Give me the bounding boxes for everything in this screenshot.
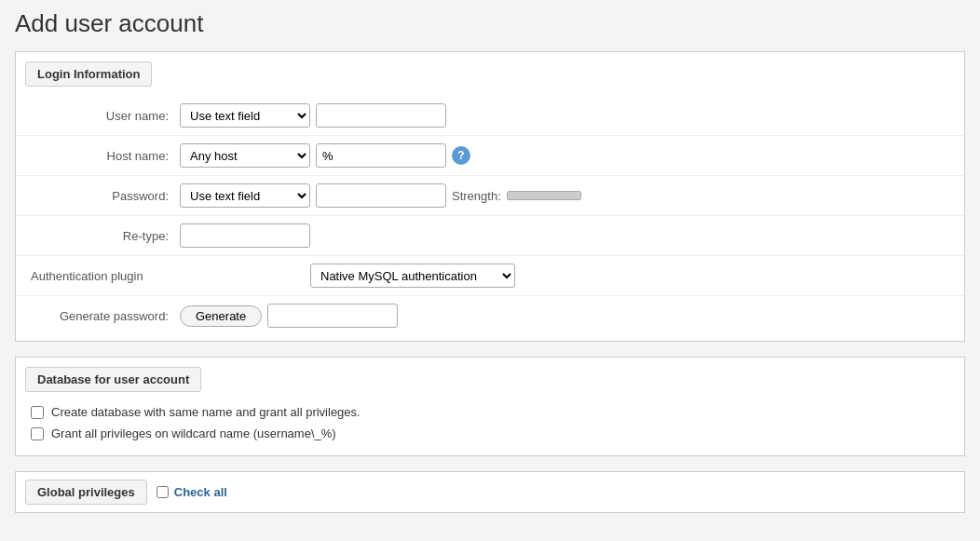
auth-plugin-label: Authentication plugin — [31, 269, 310, 283]
username-input[interactable] — [316, 103, 446, 128]
wildcard-grant-checkbox[interactable] — [31, 427, 44, 440]
login-information-section: Login Information User name: Use text fi… — [15, 51, 965, 342]
hostname-type-select[interactable]: Any host Local Use host table Use text f… — [180, 143, 310, 168]
username-label: User name: — [31, 109, 180, 123]
create-database-checkbox[interactable] — [31, 406, 44, 419]
password-type-select[interactable]: Use text field No password — [180, 183, 310, 208]
database-section-header[interactable]: Database for user account — [25, 367, 201, 392]
generate-password-row: Generate password: Generate — [16, 296, 964, 335]
generated-password-input[interactable] — [267, 304, 398, 328]
username-type-select[interactable]: Use text field Use host table Any user — [180, 103, 310, 128]
create-database-row: Create database with same name and grant… — [31, 401, 949, 423]
login-section-content: User name: Use text field Use host table… — [16, 87, 964, 341]
retype-row: Re-type: — [16, 216, 964, 256]
check-all-checkbox[interactable] — [157, 486, 169, 498]
retype-controls — [180, 223, 310, 248]
wildcard-grant-label: Grant all privileges on wildcard name (u… — [51, 426, 336, 440]
strength-bar — [507, 191, 581, 200]
generate-password-label: Generate password: — [31, 309, 180, 323]
username-row: User name: Use text field Use host table… — [16, 96, 964, 136]
hostname-row: Host name: Any host Local Use host table… — [16, 136, 964, 176]
hostname-controls: Any host Local Use host table Use text f… — [180, 143, 470, 168]
page-title: Add user account — [15, 9, 965, 38]
check-all-link[interactable]: Check all — [174, 485, 227, 499]
auth-plugin-row: Authentication plugin Native MySQL authe… — [16, 256, 964, 296]
wildcard-grant-row: Grant all privileges on wildcard name (u… — [31, 423, 949, 444]
database-section: Database for user account Create databas… — [15, 357, 965, 456]
hostname-info-icon[interactable]: ? — [452, 146, 470, 165]
generate-button[interactable]: Generate — [180, 305, 262, 327]
strength-label: Strength: — [452, 189, 501, 203]
retype-input[interactable] — [180, 223, 310, 248]
hostname-input[interactable] — [316, 143, 446, 168]
auth-plugin-select[interactable]: Native MySQL authentication SHA256 passw… — [310, 264, 515, 288]
check-all-area: Check all — [157, 485, 227, 499]
username-controls: Use text field Use host table Any user — [180, 103, 446, 128]
create-database-label: Create database with same name and grant… — [51, 405, 361, 419]
global-privileges-section: Global privileges Check all — [15, 471, 965, 513]
hostname-label: Host name: — [31, 149, 180, 163]
global-privileges-header[interactable]: Global privileges — [25, 480, 147, 505]
password-label: Password: — [31, 189, 180, 203]
password-input[interactable] — [316, 183, 446, 208]
login-information-header[interactable]: Login Information — [25, 61, 152, 87]
password-controls: Use text field No password Strength: — [180, 183, 581, 208]
password-row: Password: Use text field No password Str… — [16, 176, 964, 216]
database-section-content: Create database with same name and grant… — [16, 392, 964, 455]
retype-label: Re-type: — [31, 229, 180, 243]
